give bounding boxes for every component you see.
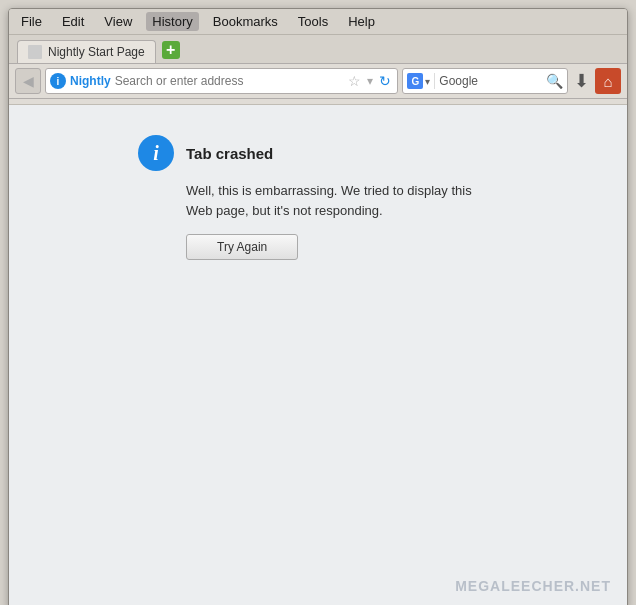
crash-title: Tab crashed xyxy=(186,145,273,162)
search-input[interactable] xyxy=(482,74,542,88)
back-button[interactable]: ◀ xyxy=(15,68,41,94)
site-favicon: i xyxy=(50,73,66,89)
tab-label: Nightly Start Page xyxy=(48,45,145,59)
home-icon: ⌂ xyxy=(603,73,612,90)
crash-box: i Tab crashed Well, this is embarrassing… xyxy=(138,135,498,260)
browser-window: File Edit View History Bookmarks Tools H… xyxy=(8,8,628,605)
crash-message: Well, this is embarrassing. We tried to … xyxy=(186,181,498,220)
site-name-badge: Nightly xyxy=(70,74,111,88)
search-go-icon[interactable]: 🔍 xyxy=(546,73,563,89)
menu-edit[interactable]: Edit xyxy=(56,12,90,31)
address-bar[interactable]: i Nightly ☆ ▾ ↻ xyxy=(45,68,398,94)
download-icon[interactable]: ⬇ xyxy=(572,70,591,92)
new-tab-icon: + xyxy=(162,41,180,59)
watermark: MEGALEECHER.NET xyxy=(455,578,611,594)
home-button[interactable]: ⌂ xyxy=(595,68,621,94)
tab-nightly-start-page[interactable]: Nightly Start Page xyxy=(17,40,156,63)
menu-history[interactable]: History xyxy=(146,12,198,31)
reload-icon[interactable]: ↻ xyxy=(377,73,393,89)
menu-help[interactable]: Help xyxy=(342,12,381,31)
menu-view[interactable]: View xyxy=(98,12,138,31)
menu-bookmarks[interactable]: Bookmarks xyxy=(207,12,284,31)
tab-bar: Nightly Start Page + xyxy=(9,35,627,63)
tab-favicon xyxy=(28,45,42,59)
menu-bar: File Edit View History Bookmarks Tools H… xyxy=(9,9,627,35)
google-label: Google xyxy=(439,74,478,88)
main-content: i Tab crashed Well, this is embarrassing… xyxy=(9,105,627,605)
search-bar: G ▾ Google 🔍 xyxy=(402,68,568,94)
menu-tools[interactable]: Tools xyxy=(292,12,334,31)
google-icon: G xyxy=(407,73,423,89)
bookmark-star-icon[interactable]: ☆ xyxy=(346,73,363,89)
nav-bar: ◀ i Nightly ☆ ▾ ↻ G ▾ Google 🔍 ⬇ ⌂ xyxy=(9,63,627,99)
crash-header: i Tab crashed xyxy=(138,135,273,171)
address-input[interactable] xyxy=(115,74,343,88)
search-engine-dropdown-arrow[interactable]: ▾ xyxy=(425,76,430,87)
menu-file[interactable]: File xyxy=(15,12,48,31)
google-search-engine-button[interactable]: G ▾ xyxy=(407,73,435,89)
try-again-button[interactable]: Try Again xyxy=(186,234,298,260)
dropdown-arrow-icon[interactable]: ▾ xyxy=(367,74,373,88)
info-icon: i xyxy=(138,135,174,171)
back-icon: ◀ xyxy=(23,73,34,89)
new-tab-button[interactable]: + xyxy=(160,39,182,61)
